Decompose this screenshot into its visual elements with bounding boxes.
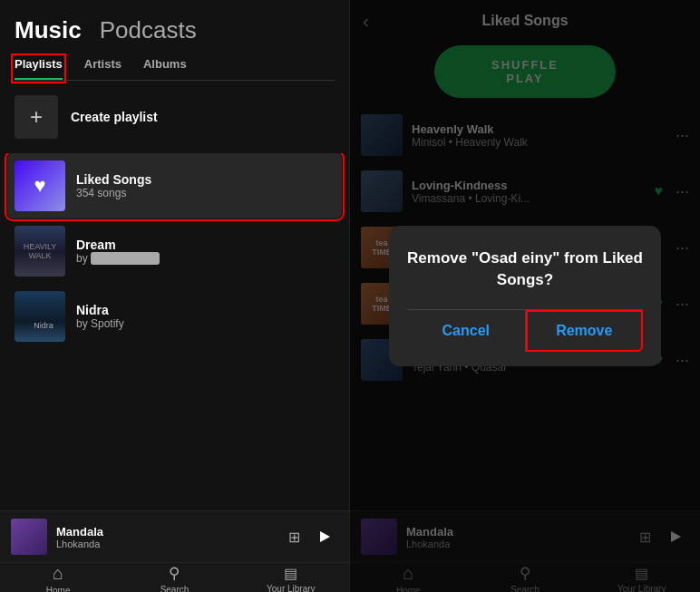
nidra-info: Nidra by Spotify	[76, 303, 335, 330]
music-title[interactable]: Music	[15, 16, 82, 44]
now-playing-artist: Lhokanda	[56, 539, 279, 549]
cancel-button[interactable]: Cancel	[407, 310, 526, 352]
tab-playlists[interactable]: Playlists	[15, 57, 63, 80]
search-icon: ⚲	[169, 564, 180, 583]
heart-icon: ♥	[34, 174, 45, 198]
left-header: Music Podcasts Playlists Artists Albums	[0, 0, 349, 81]
dream-thumbnail: HEAVILYWALK	[15, 226, 65, 277]
nidra-thumbnail: Nidra	[15, 291, 65, 342]
create-playlist-label: Create playlist	[71, 110, 158, 124]
left-nav-home-label: Home	[46, 586, 71, 592]
playlist-item-dream[interactable]: HEAVILYWALK Dream by XXXXXXXXX	[7, 218, 342, 284]
library-icon: ▤	[284, 565, 297, 582]
play-button[interactable]	[311, 523, 338, 550]
nidra-name: Nidra	[76, 303, 335, 317]
dream-sub: by XXXXXXXXX	[76, 252, 335, 265]
playlist-item-liked[interactable]: ♥ Liked Songs 354 songs	[7, 153, 342, 218]
tab-albums[interactable]: Albums	[143, 57, 187, 80]
home-icon: ⌂	[53, 563, 63, 584]
left-nav-bar: ⌂ Home ⚲ Search ▤ Your Library	[0, 562, 349, 592]
nidra-sub: by Spotify	[76, 317, 335, 330]
dialog-overlay: Remove "Osad einy" from Liked Songs? Can…	[350, 0, 700, 592]
liked-songs-info: Liked Songs 354 songs	[76, 172, 335, 199]
dream-name: Dream	[76, 238, 335, 252]
blurred-author: XXXXXXXXX	[91, 252, 160, 265]
left-nav-home[interactable]: ⌂ Home	[0, 563, 116, 592]
remove-dialog: Remove "Osad einy" from Liked Songs? Can…	[389, 226, 661, 366]
liked-songs-count: 354 songs	[76, 187, 335, 199]
create-playlist-button[interactable]: + Create playlist	[0, 81, 349, 153]
playlist-list: ♥ Liked Songs 354 songs HEAVILYWALK Drea…	[0, 153, 349, 510]
left-now-playing[interactable]: Mandala Lhokanda ⊞	[0, 511, 349, 562]
dream-info: Dream by XXXXXXXXX	[76, 238, 335, 265]
now-playing-info: Mandala Lhokanda	[56, 525, 279, 549]
left-nav-library-label: Your Library	[267, 584, 316, 592]
left-panel: Music Podcasts Playlists Artists Albums …	[0, 0, 350, 592]
playlist-item-nidra[interactable]: Nidra Nidra by Spotify	[7, 284, 342, 349]
now-playing-title: Mandala	[56, 525, 279, 539]
svg-marker-0	[320, 531, 330, 542]
tabs-row: Playlists Artists Albums	[15, 57, 335, 81]
plus-icon: +	[15, 95, 58, 139]
left-nav-search-label: Search	[160, 585, 190, 592]
liked-songs-thumbnail: ♥	[15, 160, 65, 211]
dialog-buttons: Cancel Remove	[407, 309, 643, 352]
left-nav-library[interactable]: ▤ Your Library	[233, 563, 349, 592]
play-icon	[318, 530, 331, 543]
tab-artists[interactable]: Artists	[84, 57, 122, 80]
title-row: Music Podcasts	[15, 16, 335, 44]
left-bottom-bar: Mandala Lhokanda ⊞ ⌂ Home ⚲ Search ▤ You…	[0, 510, 349, 592]
devices-icon[interactable]: ⊞	[288, 529, 300, 546]
remove-button[interactable]: Remove	[526, 310, 644, 352]
dialog-message: Remove "Osad einy" from Liked Songs?	[407, 247, 643, 291]
liked-songs-name: Liked Songs	[76, 172, 335, 187]
left-nav-search[interactable]: ⚲ Search	[116, 563, 232, 592]
right-panel: ‹ Liked Songs SHUFFLE PLAY Heavenly Walk…	[350, 0, 700, 592]
playback-controls: ⊞	[288, 523, 338, 550]
now-playing-thumbnail	[11, 519, 47, 555]
podcasts-title[interactable]: Podcasts	[100, 16, 197, 44]
